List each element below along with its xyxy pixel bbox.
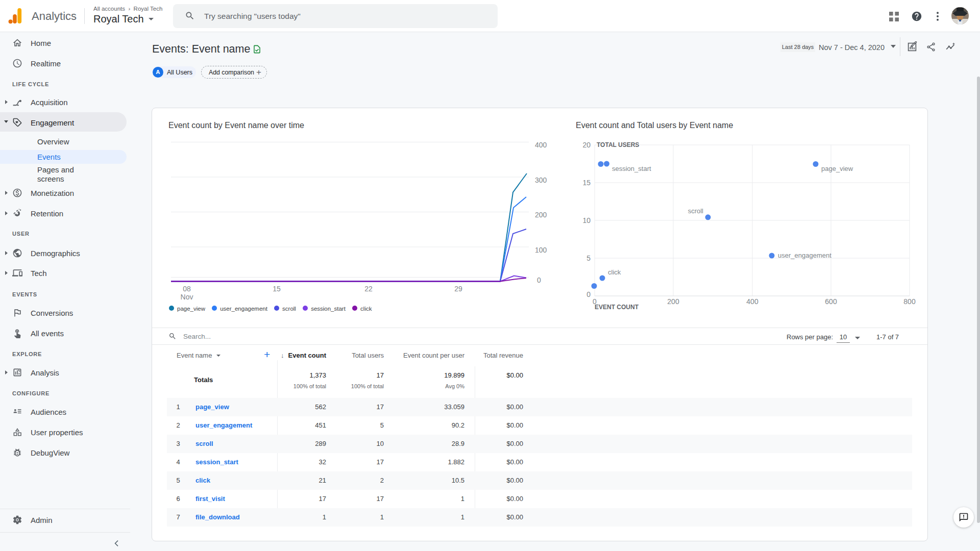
svg-text:0: 0 bbox=[586, 290, 591, 298]
svg-text:10: 10 bbox=[582, 216, 591, 224]
svg-text:22: 22 bbox=[364, 285, 373, 293]
svg-text:400: 400 bbox=[746, 297, 758, 306]
svg-text:EVENT COUNT: EVENT COUNT bbox=[595, 304, 639, 311]
svg-text:200: 200 bbox=[667, 297, 679, 306]
svg-text:600: 600 bbox=[825, 297, 837, 306]
svg-text:20: 20 bbox=[582, 141, 591, 149]
svg-text:300: 300 bbox=[535, 176, 547, 184]
svg-text:29: 29 bbox=[454, 285, 462, 293]
svg-text:800: 800 bbox=[903, 297, 916, 306]
svg-text:15: 15 bbox=[582, 179, 591, 187]
svg-text:page_view: page_view bbox=[821, 165, 853, 172]
svg-text:session_start: session_start bbox=[612, 165, 651, 172]
svg-text:TOTAL USERS: TOTAL USERS bbox=[597, 141, 639, 148]
svg-text:15: 15 bbox=[273, 285, 281, 293]
svg-text:click: click bbox=[608, 268, 621, 276]
svg-text:scroll: scroll bbox=[688, 207, 703, 215]
svg-text:0: 0 bbox=[537, 276, 541, 284]
svg-text:Nov: Nov bbox=[181, 293, 193, 301]
svg-text:100: 100 bbox=[535, 246, 547, 254]
svg-text:400: 400 bbox=[535, 141, 547, 149]
svg-text:08: 08 bbox=[183, 285, 191, 293]
svg-text:200: 200 bbox=[535, 211, 547, 219]
svg-text:5: 5 bbox=[586, 254, 591, 262]
svg-text:user_engagement: user_engagement bbox=[778, 252, 831, 259]
